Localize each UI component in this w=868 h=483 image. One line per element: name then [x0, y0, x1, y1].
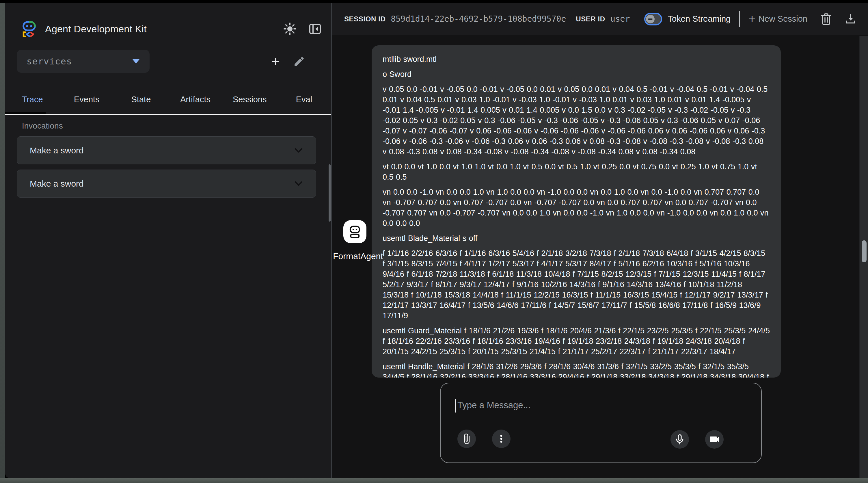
tab-sessions[interactable]: Sessions	[223, 87, 277, 112]
window-edge-bottom	[0, 478, 868, 483]
user-id-label: USER ID	[576, 15, 605, 23]
tab-events[interactable]: Events	[60, 87, 114, 112]
chevron-down-icon	[294, 148, 303, 153]
message-paragraph: usemtl Guard_Material f 18/1/6 21/2/6 19…	[382, 326, 770, 357]
robot-icon	[348, 225, 362, 239]
pencil-icon	[293, 56, 305, 68]
message-paragraph: vt 0.0 0.0 vt 1.0 0.0 vt 1.0 1.0 vt 0.0 …	[382, 161, 770, 182]
download-icon	[845, 13, 857, 25]
panel-collapse-icon	[309, 23, 321, 35]
add-session-button[interactable]: +	[271, 54, 280, 69]
trash-icon	[820, 13, 832, 25]
tab-trace[interactable]: Trace	[5, 87, 60, 112]
tab-eval[interactable]: Eval	[277, 87, 331, 112]
divider	[739, 11, 740, 27]
agent-message-bubble: mtllib sword.mtl o Sword v 0.05 0.0 -0.0…	[372, 46, 781, 378]
token-streaming-label: Token Streaming	[668, 14, 731, 24]
theme-toggle-button[interactable]	[283, 22, 297, 35]
plus-icon: +	[748, 13, 756, 25]
chat-scrollbar-track[interactable]	[859, 36, 868, 478]
chat-panel: SESSION ID 859d1d14-22eb-4692-b579-108be…	[331, 3, 868, 478]
tab-underline	[5, 112, 331, 115]
window-edge-left	[0, 3, 5, 483]
adk-logo-icon	[22, 21, 36, 37]
sun-icon	[283, 22, 297, 35]
agent-avatar	[343, 220, 366, 243]
active-tab-indicator	[5, 112, 45, 114]
video-input-button[interactable]	[705, 430, 724, 449]
tab-artifacts[interactable]: Artifacts	[168, 87, 223, 112]
text-caret	[455, 399, 456, 413]
more-vert-icon	[496, 433, 507, 444]
message-paragraph: f 1/1/16 2/2/16 6/3/16 f 1/1/16 6/3/16 5…	[382, 248, 770, 321]
edit-button[interactable]	[293, 56, 305, 68]
agent-name-label: FormatAgent	[328, 251, 389, 261]
attach-file-button[interactable]	[457, 429, 476, 448]
chevron-down-icon	[132, 59, 140, 64]
sidebar-header: Agent Development Kit	[22, 17, 321, 41]
invocation-item[interactable]: Make a sword	[17, 170, 316, 198]
session-bar: SESSION ID 859d1d14-22eb-4692-b579-108be…	[332, 3, 868, 35]
invocations-heading: Invocations	[22, 121, 63, 130]
message-input-placeholder[interactable]: Type a Message...	[457, 400, 530, 411]
tab-state[interactable]: State	[114, 87, 168, 112]
session-id-label: SESSION ID	[344, 15, 385, 23]
message-paragraph: mtllib sword.mtl	[382, 54, 770, 64]
token-streaming-toggle[interactable]	[644, 13, 662, 25]
sidebar-scrollbar-thumb[interactable]	[329, 164, 331, 221]
message-paragraph: usemtl Blade_Material s off	[382, 233, 770, 243]
paperclip-icon	[461, 433, 472, 445]
microphone-icon	[674, 433, 685, 445]
message-paragraph: usemtl Handle_Material f 28/1/6 31/2/6 2…	[382, 361, 770, 378]
video-camera-icon	[709, 433, 720, 445]
message-composer[interactable]: Type a Message...	[440, 383, 762, 463]
app-select-value: services	[27, 56, 72, 66]
more-options-button[interactable]	[492, 429, 510, 448]
delete-session-button[interactable]	[820, 13, 832, 25]
plus-icon: +	[271, 54, 280, 69]
session-id-value: 859d1d14-22eb-4692-b579-108bed99570e	[391, 14, 566, 24]
chat-scrollbar-thumb[interactable]	[862, 240, 867, 262]
sidebar-panel: Agent Development Kit	[5, 3, 331, 478]
app-title: Agent Development Kit	[45, 23, 147, 35]
export-session-button[interactable]	[845, 13, 857, 25]
message-paragraph: o Sword	[382, 69, 770, 80]
message-paragraph: v 0.05 0.0 -0.01 v -0.05 0.0 -0.01 v -0.…	[382, 84, 770, 157]
app-select-dropdown[interactable]: services	[17, 50, 150, 73]
invocation-item[interactable]: Make a sword	[17, 137, 316, 164]
chevron-down-icon	[294, 181, 303, 187]
voice-input-button[interactable]	[671, 430, 689, 449]
new-session-button[interactable]: + New Session	[748, 13, 807, 25]
user-id-value: user	[611, 14, 630, 24]
toggle-thumb	[646, 15, 655, 23]
message-paragraph: vn 0.0 0.0 -1.0 vn 0.0 0.0 1.0 vn 1.0 0.…	[382, 187, 770, 229]
collapse-sidebar-button[interactable]	[309, 23, 321, 35]
sidebar-tabs: Trace Events State Artifacts Sessions Ev…	[5, 87, 331, 112]
